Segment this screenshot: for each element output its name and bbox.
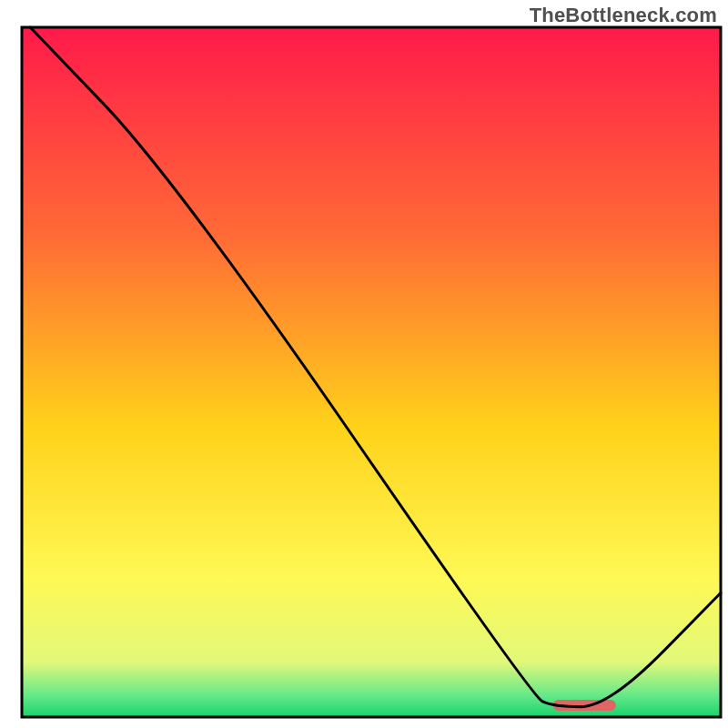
plot-area (22, 27, 721, 717)
chart-svg (0, 0, 728, 728)
watermark-text: TheBottleneck.com (530, 4, 717, 27)
chart-container: TheBottleneck.com (0, 0, 728, 728)
